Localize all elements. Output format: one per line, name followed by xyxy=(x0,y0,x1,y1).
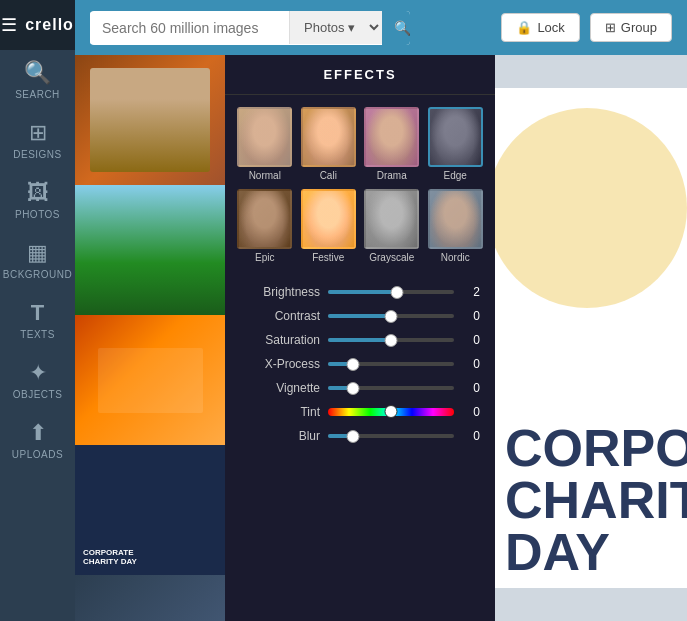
blur-track[interactable] xyxy=(328,434,454,438)
canvas-content: CORPORATE CHARITY DAY xyxy=(495,88,687,588)
photo-thumb-1[interactable] xyxy=(75,55,225,185)
effect-label-normal: Normal xyxy=(249,170,281,181)
effect-thumb-edge xyxy=(428,107,483,167)
effect-epic[interactable]: Epic xyxy=(233,185,297,267)
photo-thumb-2[interactable] xyxy=(75,185,225,315)
sidebar-item-objects[interactable]: ✦ OBJECTS xyxy=(0,350,75,410)
sidebar-item-label: OBJECTS xyxy=(13,389,63,400)
effect-festive[interactable]: Festive xyxy=(297,185,361,267)
photos-dropdown[interactable]: Photos ▾ xyxy=(289,11,382,44)
designs-icon: ⊞ xyxy=(29,120,47,146)
effect-label-drama: Drama xyxy=(377,170,407,181)
sidebar-item-background[interactable]: ▦ BCKGROUND xyxy=(0,230,75,290)
contrast-label: Contrast xyxy=(240,309,320,323)
search-input[interactable] xyxy=(90,12,289,44)
topbar: Photos ▾ 🔍 🔒 Lock ⊞ Group xyxy=(75,0,687,55)
objects-icon: ✦ xyxy=(29,360,47,386)
hamburger-icon[interactable]: ☰ xyxy=(1,14,17,36)
contrast-value: 0 xyxy=(462,309,480,323)
saturation-label: Saturation xyxy=(240,333,320,347)
sidebar: ☰ crello 🔍 SEARCH ⊞ DESIGNS 🖼 PHOTOS ▦ B… xyxy=(0,0,75,621)
effect-thumb-festive xyxy=(301,189,356,249)
lock-button[interactable]: 🔒 Lock xyxy=(501,13,579,42)
effects-panel: EFFECTS Normal Cali Drama xyxy=(225,55,495,621)
effect-grayscale[interactable]: Grayscale xyxy=(360,185,424,267)
effect-edge[interactable]: Edge xyxy=(424,103,488,185)
canvas-bg-circle xyxy=(495,108,687,308)
effect-cali[interactable]: Cali xyxy=(297,103,361,185)
photo-thumb-4[interactable]: CORPORATECHARITY DAY xyxy=(75,445,225,575)
sidebar-item-search[interactable]: 🔍 SEARCH xyxy=(0,50,75,110)
saturation-track[interactable] xyxy=(328,338,454,342)
effect-nordic[interactable]: Nordic xyxy=(424,185,488,267)
contrast-row: Contrast 0 xyxy=(240,309,480,323)
uploads-icon: ⬆ xyxy=(29,420,47,446)
search-box: Photos ▾ 🔍 xyxy=(90,11,410,45)
group-icon: ⊞ xyxy=(605,20,616,35)
search-icon: 🔍 xyxy=(24,60,51,86)
blur-label: Blur xyxy=(240,429,320,443)
blur-value: 0 xyxy=(462,429,480,443)
tint-label: Tint xyxy=(240,405,320,419)
effect-thumb-cali xyxy=(301,107,356,167)
effect-thumb-nordic xyxy=(428,189,483,249)
tint-row: Tint 0 xyxy=(240,405,480,419)
brightness-row: Brightness 2 xyxy=(240,285,480,299)
saturation-row: Saturation 0 xyxy=(240,333,480,347)
sidebar-item-label: BCKGROUND xyxy=(3,269,73,280)
effect-thumb-normal xyxy=(237,107,292,167)
sidebar-item-label: SEARCH xyxy=(15,89,60,100)
blur-row: Blur 0 xyxy=(240,429,480,443)
xprocess-row: X-Process 0 xyxy=(240,357,480,371)
lock-icon: 🔒 xyxy=(516,20,532,35)
brightness-label: Brightness xyxy=(240,285,320,299)
sidebar-item-designs[interactable]: ⊞ DESIGNS xyxy=(0,110,75,170)
sidebar-item-label: DESIGNS xyxy=(13,149,62,160)
effect-label-festive: Festive xyxy=(312,252,344,263)
sidebar-item-label: UPLOADS xyxy=(12,449,63,460)
sidebar-header: ☰ crello xyxy=(0,0,75,50)
lock-label: Lock xyxy=(537,20,564,35)
contrast-track[interactable] xyxy=(328,314,454,318)
effect-thumb-epic xyxy=(237,189,292,249)
vignette-track[interactable] xyxy=(328,386,454,390)
sidebar-item-texts[interactable]: T TEXTS xyxy=(0,290,75,350)
xprocess-label: X-Process xyxy=(240,357,320,371)
effect-label-edge: Edge xyxy=(444,170,467,181)
xprocess-track[interactable] xyxy=(328,362,454,366)
group-button[interactable]: ⊞ Group xyxy=(590,13,672,42)
topbar-actions: 🔒 Lock ⊞ Group xyxy=(501,13,672,42)
effect-label-epic: Epic xyxy=(255,252,274,263)
sliders-section: Brightness 2 Contrast 0 Saturation xyxy=(225,275,495,463)
tint-track[interactable] xyxy=(328,408,454,416)
effect-label-nordic: Nordic xyxy=(441,252,470,263)
group-label: Group xyxy=(621,20,657,35)
sidebar-item-label: TEXTS xyxy=(20,329,55,340)
main-area: Photos ▾ 🔍 🔒 Lock ⊞ Group xyxy=(75,0,687,621)
effect-thumb-drama xyxy=(364,107,419,167)
canvas-area[interactable]: CORPORATE CHARITY DAY xyxy=(495,55,687,621)
photos-icon: 🖼 xyxy=(27,180,49,206)
effects-header: EFFECTS xyxy=(225,55,495,95)
sidebar-item-photos[interactable]: 🖼 PHOTOS xyxy=(0,170,75,230)
sidebar-item-uploads[interactable]: ⬆ UPLOADS xyxy=(0,410,75,470)
crello-logo: crello xyxy=(25,16,74,34)
texts-icon: T xyxy=(31,300,44,326)
search-button[interactable]: 🔍 xyxy=(382,11,410,45)
sidebar-item-label: PHOTOS xyxy=(15,209,60,220)
effect-drama[interactable]: Drama xyxy=(360,103,424,185)
xprocess-value: 0 xyxy=(462,357,480,371)
effect-label-grayscale: Grayscale xyxy=(369,252,414,263)
background-icon: ▦ xyxy=(27,240,48,266)
brightness-value: 2 xyxy=(462,285,480,299)
effect-normal[interactable]: Normal xyxy=(233,103,297,185)
vignette-label: Vignette xyxy=(240,381,320,395)
vignette-row: Vignette 0 xyxy=(240,381,480,395)
effects-grid: Normal Cali Drama Edge xyxy=(225,95,495,275)
brightness-track[interactable] xyxy=(328,290,454,294)
photo-thumb-3[interactable] xyxy=(75,315,225,445)
vignette-value: 0 xyxy=(462,381,480,395)
photo-thumb-5[interactable]: Civic CrowdfundingPlatform xyxy=(75,575,225,621)
tint-value: 0 xyxy=(462,405,480,419)
canvas-text: CORPORATE CHARITY DAY xyxy=(495,412,687,588)
